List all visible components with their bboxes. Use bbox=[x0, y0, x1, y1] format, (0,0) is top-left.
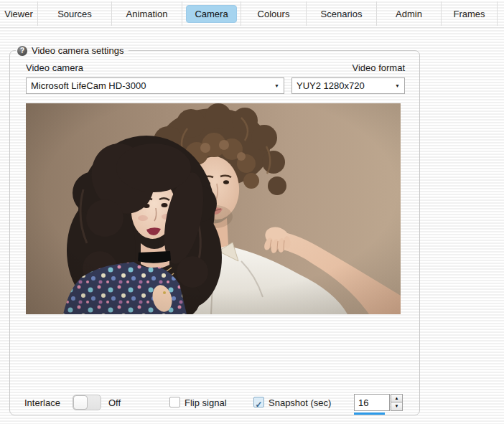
tab-camera[interactable]: Camera bbox=[182, 1, 241, 26]
tab-camera-label: Camera bbox=[186, 5, 236, 23]
app-window: Viewer Sources Animation Camera Colours … bbox=[0, 0, 504, 424]
groupbox-title: Video camera settings bbox=[32, 45, 123, 56]
preview-vignette bbox=[26, 103, 401, 314]
interlace-label: Interlace bbox=[24, 397, 60, 408]
video-camera-select[interactable]: Microsoft LifeCam HD-3000 ▼ bbox=[26, 77, 284, 94]
snapshot-seconds-control: ▲ ▼ bbox=[354, 394, 403, 415]
spin-up-button[interactable]: ▲ bbox=[391, 394, 403, 402]
chevron-down-icon: ▼ bbox=[270, 78, 284, 93]
flip-signal-label: Flip signal bbox=[185, 397, 227, 408]
tab-frames[interactable]: Frames bbox=[442, 1, 498, 26]
video-format-value: YUY2 1280x720 bbox=[297, 80, 365, 91]
interlace-toggle[interactable] bbox=[73, 395, 101, 410]
video-camera-settings-group: Video camera Video format Microsoft Life… bbox=[9, 50, 420, 415]
tab-sources-label: Sources bbox=[56, 6, 93, 22]
snapshot-seconds-input[interactable] bbox=[354, 394, 390, 411]
video-camera-label: Video camera bbox=[26, 62, 83, 73]
tab-viewer-label: Viewer bbox=[3, 6, 34, 22]
toggle-knob[interactable] bbox=[73, 395, 88, 410]
groupbox-legend: ? Video camera settings bbox=[16, 44, 129, 57]
interlace-state: Off bbox=[108, 397, 121, 408]
tab-scenarios-label: Scenarios bbox=[319, 6, 364, 22]
tab-colours[interactable]: Colours bbox=[241, 1, 307, 26]
tab-admin-label: Admin bbox=[394, 6, 424, 22]
spin-down-icon: ▼ bbox=[395, 404, 399, 408]
tab-viewer[interactable]: Viewer bbox=[0, 1, 38, 26]
snapshot-spinner: ▲ ▼ bbox=[391, 394, 403, 411]
checkmark-icon: ✓ bbox=[255, 400, 262, 410]
tab-frames-label: Frames bbox=[452, 6, 486, 22]
flip-signal-checkbox[interactable] bbox=[169, 397, 180, 407]
tab-sources[interactable]: Sources bbox=[38, 1, 112, 26]
tab-scenarios[interactable]: Scenarios bbox=[307, 1, 377, 26]
spin-up-icon: ▲ bbox=[395, 396, 399, 400]
webcam-preview bbox=[26, 103, 401, 314]
tab-admin[interactable]: Admin bbox=[377, 1, 442, 26]
snapshot-input-underline bbox=[354, 413, 385, 415]
video-format-select[interactable]: YUY2 1280x720 ▼ bbox=[291, 77, 405, 94]
tab-animation[interactable]: Animation bbox=[112, 1, 182, 26]
video-format-label: Video format bbox=[291, 62, 405, 73]
tab-animation-label: Animation bbox=[125, 6, 169, 22]
tab-bar: Viewer Sources Animation Camera Colours … bbox=[0, 0, 504, 28]
video-camera-value: Microsoft LifeCam HD-3000 bbox=[31, 80, 146, 91]
chevron-down-icon: ▼ bbox=[391, 78, 404, 93]
snapshot-checkbox[interactable]: ✓ bbox=[253, 397, 264, 407]
help-icon[interactable]: ? bbox=[17, 46, 27, 56]
spin-down-button[interactable]: ▼ bbox=[391, 402, 403, 411]
tab-colours-label: Colours bbox=[256, 6, 291, 22]
snapshot-label: Snapshot (sec) bbox=[269, 397, 331, 408]
